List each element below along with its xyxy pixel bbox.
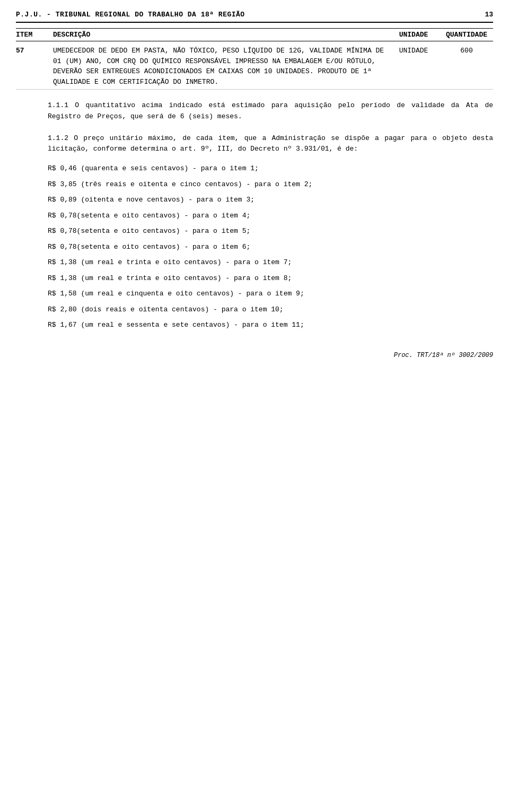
col-header-unidade: UNIDADE — [387, 31, 440, 39]
row-unidade: UNIDADE — [387, 46, 440, 55]
price-item-1: R$ 0,46 (quarenta e seis centavos) - par… — [48, 163, 493, 174]
price-item-5: R$ 0,78(setenta e oito centavos) - para … — [48, 226, 493, 237]
page-number: 13 — [485, 11, 493, 19]
row-descricao: UMEDECEDOR DE DEDO EM PASTA, NÃO TÓXICO,… — [53, 46, 387, 87]
price-list: R$ 0,46 (quarenta e seis centavos) - par… — [16, 163, 493, 330]
price-item-8: R$ 1,38 (um real e trinta e oito centavo… — [48, 273, 493, 284]
col-header-item: ITEM — [16, 31, 53, 39]
col-header-quantidade: QUANTIDADE — [440, 31, 493, 39]
col-header-descricao: DESCRIÇÃO — [53, 31, 387, 39]
price-item-11: R$ 1,67 (um real e sessenta e sete centa… — [48, 320, 493, 330]
table-header: ITEM DESCRIÇÃO UNIDADE QUANTIDADE — [16, 28, 493, 41]
price-item-6: R$ 0,78(setenta e oito centavos) - para … — [48, 242, 493, 252]
price-item-7: R$ 1,38 (um real e trinta e oito centavo… — [48, 257, 493, 268]
section-1-1-2: 1.1.2 O preço unitário máximo, de cada i… — [16, 133, 493, 155]
price-item-3: R$ 0,89 (oitenta e nove centavos) - para… — [48, 195, 493, 205]
section-1-1-2-text: 1.1.2 O preço unitário máximo, de cada i… — [48, 133, 493, 155]
section-1-1-1-text: 1.1.1 O quantitativo acima indicado está… — [48, 100, 493, 123]
page-footer: Proc. TRT/18ª nº 3002/2009 — [16, 352, 493, 359]
price-item-10: R$ 2,80 (dois reais e oitenta centavos) … — [48, 304, 493, 315]
page-title: P.J.U. - TRIBUNAL REGIONAL DO TRABALHO D… — [16, 11, 245, 19]
footer-text: Proc. TRT/18ª nº 3002/2009 — [394, 352, 493, 359]
row-quantidade: 600 — [440, 46, 493, 55]
table-row: 57 UMEDECEDOR DE DEDO EM PASTA, NÃO TÓXI… — [16, 43, 493, 90]
price-item-9: R$ 1,58 (um real e cinquenta e oito cent… — [48, 289, 493, 299]
row-item-number: 57 — [16, 46, 53, 55]
price-item-2: R$ 3,85 (três reais e oitenta e cinco ce… — [48, 179, 493, 190]
page-header: P.J.U. - TRIBUNAL REGIONAL DO TRABALHO D… — [16, 11, 493, 23]
price-item-4: R$ 0,78(setenta e oito centavos) - para … — [48, 211, 493, 221]
section-1-1-1: 1.1.1 O quantitativo acima indicado está… — [16, 100, 493, 123]
